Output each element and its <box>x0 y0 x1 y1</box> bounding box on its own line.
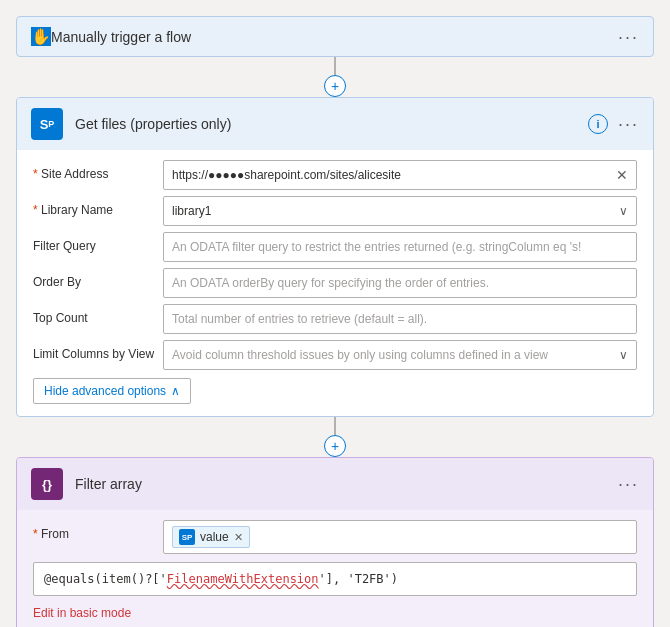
get-files-info-button[interactable]: i <box>588 114 608 134</box>
expression-highlight: FilenameWithExtension <box>167 572 319 586</box>
get-files-title: Get files (properties only) <box>75 116 588 132</box>
filter-query-placeholder: An ODATA filter query to restrict the en… <box>172 240 581 254</box>
from-tag: SP value ✕ <box>172 526 250 548</box>
connector-line-2 <box>334 417 336 437</box>
trigger-title: Manually trigger a flow <box>51 29 618 45</box>
get-files-icon: SP <box>31 108 63 140</box>
order-by-row: Order By An ODATA orderBy query for spec… <box>33 268 637 298</box>
trigger-icon: ✋ <box>31 27 51 46</box>
top-count-label: Top Count <box>33 304 163 327</box>
from-tag-sp-icon: SP <box>179 529 195 545</box>
filter-query-label: Filter Query <box>33 232 163 255</box>
limit-columns-row: Limit Columns by View Avoid column thres… <box>33 340 637 370</box>
get-files-card: SP Get files (properties only) i ··· Sit… <box>16 97 654 417</box>
order-by-label: Order By <box>33 268 163 291</box>
library-name-value: library1 <box>172 204 211 218</box>
top-count-row: Top Count Total number of entries to ret… <box>33 304 637 334</box>
order-by-placeholder: An ODATA orderBy query for specifying th… <box>172 276 489 290</box>
filter-query-row: Filter Query An ODATA filter query to re… <box>33 232 637 262</box>
expression-suffix: '], 'T2FB') <box>319 572 398 586</box>
library-name-input[interactable]: library1 ∨ <box>163 196 637 226</box>
filter-query-input[interactable]: An ODATA filter query to restrict the en… <box>163 232 637 262</box>
limit-columns-label: Limit Columns by View <box>33 340 163 363</box>
filter-array-actions: ··· <box>618 475 639 493</box>
site-address-value: https://●●●●●sharepoint.com/sites/alices… <box>172 168 401 182</box>
trigger-dots-button[interactable]: ··· <box>618 28 639 46</box>
from-tag-close-button[interactable]: ✕ <box>234 531 243 544</box>
trigger-card: ✋ Manually trigger a flow ··· <box>16 16 654 57</box>
from-label: From <box>33 520 163 543</box>
edit-basic-mode-link[interactable]: Edit in basic mode <box>33 606 131 620</box>
filter-array-title: Filter array <box>75 476 618 492</box>
filter-array-body: From SP value ✕ @equals(item()?['Filenam… <box>17 510 653 627</box>
top-count-placeholder: Total number of entries to retrieve (def… <box>172 312 427 326</box>
filter-array-dots-button[interactable]: ··· <box>618 475 639 493</box>
site-address-row: Site Address https://●●●●●sharepoint.com… <box>33 160 637 190</box>
get-files-dots-button[interactable]: ··· <box>618 115 639 133</box>
limit-columns-placeholder: Avoid column threshold issues by only us… <box>172 348 548 362</box>
trigger-icon-symbol: ✋ <box>31 28 51 45</box>
hide-advanced-label: Hide advanced options <box>44 384 166 398</box>
limit-columns-dropdown-icon[interactable]: ∨ <box>619 348 628 362</box>
hide-advanced-button[interactable]: Hide advanced options ∧ <box>33 378 191 404</box>
connector-2: + <box>16 417 654 457</box>
hide-advanced-section: Hide advanced options ∧ <box>33 378 637 404</box>
get-files-actions: i ··· <box>588 114 639 134</box>
top-count-input[interactable]: Total number of entries to retrieve (def… <box>163 304 637 334</box>
filter-array-card: {} Filter array ··· From SP value ✕ @equ… <box>16 457 654 627</box>
get-files-body: Site Address https://●●●●●sharepoint.com… <box>17 150 653 416</box>
expression-area[interactable]: @equals(item()?['FilenameWithExtension']… <box>33 562 637 596</box>
connector-plus-1[interactable]: + <box>324 75 346 97</box>
from-row: From SP value ✕ <box>33 520 637 554</box>
connector-line-1 <box>334 57 336 77</box>
limit-columns-input[interactable]: Avoid column threshold issues by only us… <box>163 340 637 370</box>
from-input[interactable]: SP value ✕ <box>163 520 637 554</box>
order-by-input[interactable]: An ODATA orderBy query for specifying th… <box>163 268 637 298</box>
from-tag-value: value <box>200 530 229 544</box>
get-files-header: SP Get files (properties only) i ··· <box>17 98 653 150</box>
hide-advanced-icon: ∧ <box>171 384 180 398</box>
library-name-row: Library Name library1 ∨ <box>33 196 637 226</box>
connector-1: + <box>16 57 654 97</box>
site-address-input[interactable]: https://●●●●●sharepoint.com/sites/alices… <box>163 160 637 190</box>
site-address-label: Site Address <box>33 160 163 183</box>
from-tag-sp-letter: SP <box>182 533 193 542</box>
site-address-clear-button[interactable]: ✕ <box>616 167 628 183</box>
connector-plus-2[interactable]: + <box>324 435 346 457</box>
library-name-label: Library Name <box>33 196 163 219</box>
library-name-dropdown-icon[interactable]: ∨ <box>619 204 628 218</box>
filter-array-icon: {} <box>31 468 63 500</box>
expression-prefix: @equals(item()?[' <box>44 572 167 586</box>
filter-array-header: {} Filter array ··· <box>17 458 653 510</box>
